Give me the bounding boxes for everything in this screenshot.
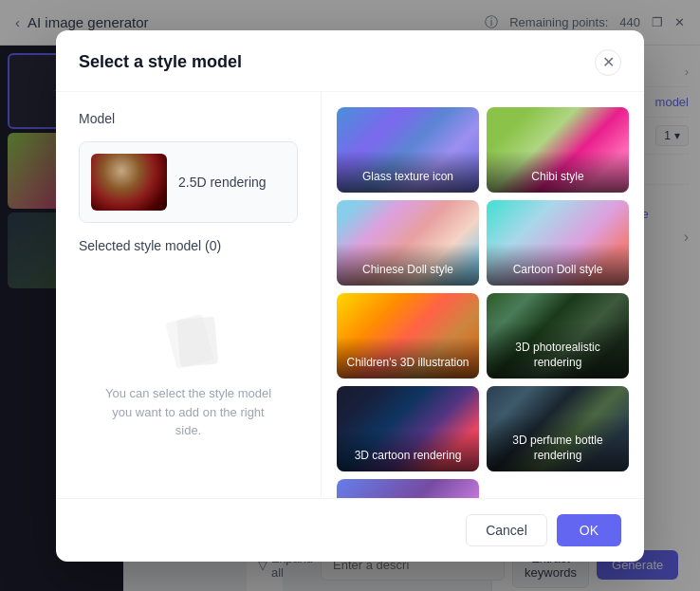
model-preview-name: 2.5D rendering [178,175,267,190]
style-grid: Glass texture icon Chibi style Chinese D… [337,107,629,498]
empty-state-text: You can select the style model you want … [98,384,279,440]
style-card-perfume[interactable]: 3D perfume bottle rendering [487,386,629,471]
style-card-label-children-3d: Children's 3D illustration [337,337,479,379]
modal-left-panel: Model 2.5D rendering Selected style mode… [56,92,322,498]
modal-footer: Cancel OK [56,498,644,562]
cancel-button[interactable]: Cancel [466,514,547,546]
empty-state-icon [156,306,222,373]
style-card-chinese-doll[interactable]: Chinese Doll style [337,200,479,286]
modal-body: Model 2.5D rendering Selected style mode… [56,92,644,498]
style-card-label-cartoon-rendering: 3D cartoon rendering [337,430,479,471]
style-model-modal: Select a style model ✕ Model 2.5D render… [56,30,644,562]
style-card-partial[interactable] [337,479,479,498]
style-grid-panel: Glass texture icon Chibi style Chinese D… [322,92,644,498]
style-card-photorealistic[interactable]: 3D photorealistic rendering [487,293,629,379]
modal-header: Select a style model ✕ [56,30,644,92]
style-card-cartoon-doll[interactable]: Cartoon Doll style [487,200,629,286]
style-card-label-perfume: 3D perfume bottle rendering [487,415,629,471]
style-card-children-3d[interactable]: Children's 3D illustration [337,293,479,379]
empty-state: You can select the style model you want … [79,268,298,479]
selected-style-label: Selected style model (0) [79,238,298,253]
modal-title: Select a style model [79,52,242,72]
style-card-chibi[interactable]: Chibi style [487,107,629,193]
style-card-label-chibi: Chibi style [487,151,629,193]
model-section-label: Model [79,111,298,126]
svg-rect-1 [176,317,218,367]
model-preview-card[interactable]: 2.5D rendering [79,141,298,223]
style-card-label-photorealistic: 3D photorealistic rendering [487,322,629,378]
style-card-label-chinese-doll: Chinese Doll style [337,244,479,286]
style-card-cartoon-rendering[interactable]: 3D cartoon rendering [337,386,479,471]
modal-overlay: Select a style model ✕ Model 2.5D render… [0,0,700,591]
modal-close-button[interactable]: ✕ [595,49,621,76]
ok-button[interactable]: OK [557,514,621,546]
style-card-label-cartoon-doll: Cartoon Doll style [487,244,629,286]
style-card-label-glass: Glass texture icon [337,151,479,193]
style-card-glass-texture[interactable]: Glass texture icon [337,107,479,193]
model-preview-image [91,154,167,211]
